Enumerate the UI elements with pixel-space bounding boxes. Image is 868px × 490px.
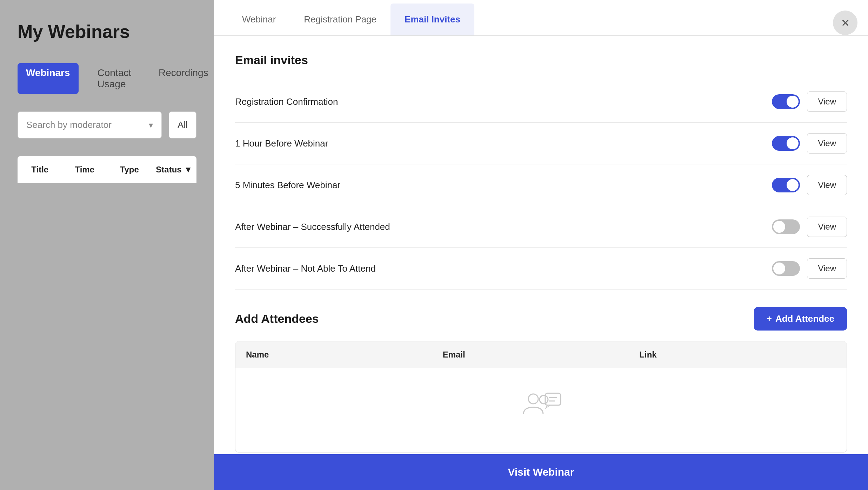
email-invites-title: Email invites — [235, 53, 847, 67]
email-row-registration: Registration Confirmation View — [235, 81, 847, 123]
search-placeholder: Search by moderator — [26, 120, 112, 130]
tab-webinars[interactable]: Webinars — [18, 63, 79, 94]
email-row-label-not-attend: After Webinar – Not Able To Attend — [235, 263, 376, 274]
tab-contact-usage[interactable]: Contact Usage — [89, 63, 140, 94]
view-btn-attended[interactable]: View — [807, 217, 847, 237]
col-time: Time — [62, 165, 107, 175]
attendees-table: Name Email Link — [235, 341, 847, 452]
attendees-thead: Name Email Link — [235, 341, 847, 368]
close-button[interactable]: ✕ — [833, 11, 857, 35]
toggle-knob-5min — [787, 179, 799, 191]
tab-recordings[interactable]: Recordings — [150, 63, 217, 94]
toggle-knob-attended — [773, 221, 785, 233]
col-title: Title — [18, 165, 62, 175]
toggle-registration[interactable] — [772, 94, 800, 109]
modal-tab-email-invites[interactable]: Email Invites — [390, 4, 474, 35]
toggle-knob-not-attend — [773, 263, 785, 274]
invite-controls-attended: View — [772, 217, 847, 237]
table-header: Title Time Type Status ▼ — [18, 156, 196, 183]
search-row: Search by moderator ▾ All — [18, 111, 196, 138]
toggle-1hour[interactable] — [772, 136, 800, 151]
tabs-row: Webinars Contact Usage Recordings — [18, 63, 196, 94]
email-row-label-attended: After Webinar – Successfully Attended — [235, 222, 390, 232]
svg-point-0 — [528, 394, 538, 404]
modal-tab-webinar[interactable]: Webinar — [228, 4, 290, 35]
add-attendees-section: Add Attendees + Add Attendee Name Email … — [235, 307, 847, 452]
invite-controls-registration: View — [772, 91, 847, 112]
email-row-attended: After Webinar – Successfully Attended Vi… — [235, 206, 847, 248]
visit-webinar-button[interactable]: Visit Webinar — [214, 454, 868, 490]
left-panel: My Webinars Webinars Contact Usage Recor… — [0, 0, 214, 490]
plus-icon: + — [767, 313, 772, 324]
col-email: Email — [443, 350, 640, 360]
col-link: Link — [639, 350, 836, 360]
view-btn-not-attend[interactable]: View — [807, 258, 847, 279]
col-name: Name — [246, 350, 443, 360]
invite-controls-5min: View — [772, 175, 847, 195]
close-icon: ✕ — [841, 17, 850, 29]
modal-content: Email invites Registration Confirmation … — [214, 36, 868, 454]
toggle-knob-1hour — [787, 137, 799, 149]
email-row-1hour: 1 Hour Before Webinar View — [235, 123, 847, 164]
add-attendee-button[interactable]: + Add Attendee — [754, 307, 847, 331]
chevron-down-icon: ▾ — [149, 120, 153, 130]
view-btn-5min[interactable]: View — [807, 175, 847, 195]
modal-tabs: Webinar Registration Page Email Invites — [214, 0, 868, 36]
col-type: Type — [107, 165, 152, 175]
add-attendees-header: Add Attendees + Add Attendee — [235, 307, 847, 331]
invite-controls-1hour: View — [772, 133, 847, 154]
search-box[interactable]: Search by moderator ▾ — [18, 111, 162, 138]
all-badge[interactable]: All — [169, 111, 196, 138]
toggle-attended[interactable] — [772, 219, 800, 234]
email-row-not-attend: After Webinar – Not Able To Attend View — [235, 248, 847, 290]
email-row-label-1hour: 1 Hour Before Webinar — [235, 138, 328, 149]
toggle-5min[interactable] — [772, 178, 800, 192]
empty-attendees-icon — [520, 389, 562, 424]
toggle-knob-registration — [787, 96, 799, 108]
svg-point-1 — [540, 395, 548, 404]
toggle-not-attend[interactable] — [772, 261, 800, 276]
col-status: Status ▼ — [152, 165, 197, 175]
view-btn-registration[interactable]: View — [807, 91, 847, 112]
email-row-label-5min: 5 Minutes Before Webinar — [235, 180, 340, 191]
email-row-label-registration: Registration Confirmation — [235, 96, 338, 107]
email-row-5min: 5 Minutes Before Webinar View — [235, 164, 847, 206]
invite-controls-not-attend: View — [772, 258, 847, 279]
page-title: My Webinars — [18, 21, 196, 42]
add-attendee-label: Add Attendee — [775, 313, 834, 324]
right-panel: Webinar Registration Page Email Invites … — [214, 0, 868, 490]
add-attendees-title: Add Attendees — [235, 312, 319, 326]
attendees-empty-state — [235, 368, 847, 452]
modal-tab-registration[interactable]: Registration Page — [290, 4, 390, 35]
view-btn-1hour[interactable]: View — [807, 133, 847, 154]
